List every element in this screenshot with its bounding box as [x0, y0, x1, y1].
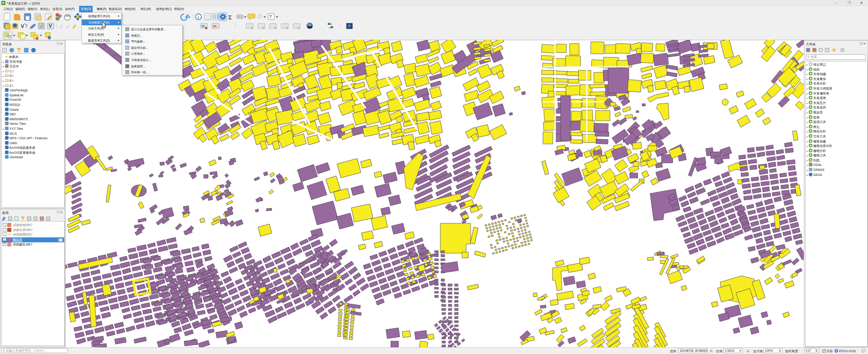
svg-text:V: V — [49, 24, 52, 28]
svg-text:?: ? — [348, 24, 350, 28]
svg-text:Σ: Σ — [228, 14, 232, 21]
svg-text:V: V — [21, 24, 24, 29]
svg-text:T: T — [269, 14, 272, 19]
svg-text:ab: ab — [201, 24, 205, 28]
svg-text:i: i — [198, 15, 199, 19]
svg-text:ab: ab — [213, 24, 217, 28]
